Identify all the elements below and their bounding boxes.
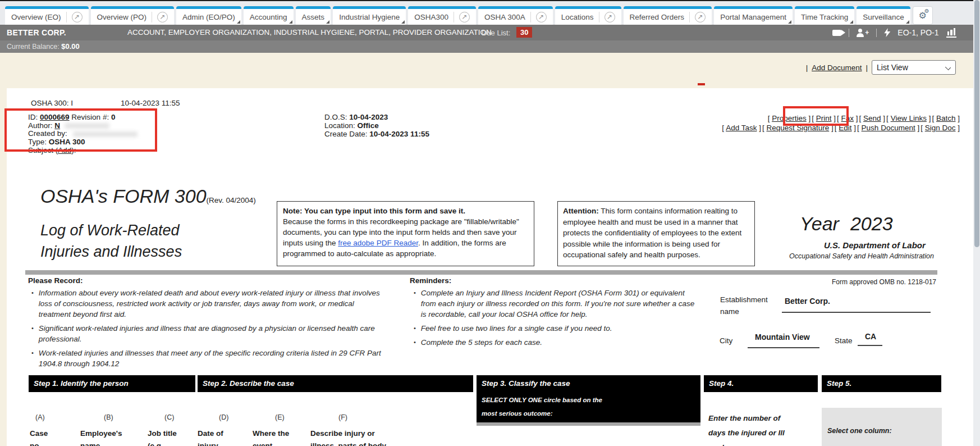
city-value[interactable]: Mountain View — [755, 333, 810, 342]
bullet-item: Feel free to use two lines for a single … — [414, 323, 697, 334]
view-select[interactable]: List View — [872, 60, 956, 75]
annotation-red-dash — [698, 83, 705, 85]
form-title: OSHA's FORM 300(Rev. 04/2004) — [40, 185, 256, 207]
tab-label: Locations — [561, 13, 594, 21]
tab-label: Time Tracking — [801, 13, 848, 21]
column-label: Where the — [253, 429, 289, 438]
add-document-link[interactable]: Add Document — [812, 63, 862, 72]
tab-surveillance[interactable]: Surveillance — [857, 6, 910, 25]
tab-time-tracking[interactable]: Time Tracking — [795, 6, 854, 25]
document-toolbar: | Add Document | List View — [806, 60, 956, 75]
tab-industrial-hygiene[interactable]: Industrial Hygiene — [333, 6, 406, 25]
tab-label: OSHA 300A — [484, 13, 525, 21]
tab-overview-po[interactable]: Overview (PO)↗ — [91, 6, 175, 25]
external-link-icon[interactable]: ↗ — [66, 12, 83, 22]
tab-accounting[interactable]: Accounting — [244, 6, 294, 25]
tab-label: Assets — [302, 13, 325, 21]
dropdown-corner-icon — [401, 20, 405, 24]
column-label: Date of — [198, 429, 223, 438]
external-link-icon[interactable]: ↗ — [152, 12, 168, 22]
column-label: Case — [30, 429, 48, 438]
column-letter: (E) — [275, 413, 285, 421]
doc-location: Location: Office — [324, 121, 379, 130]
step4-header: Step 4. — [704, 375, 818, 392]
bullet-item: Complete an Injury and Illness Incident … — [414, 288, 697, 320]
tab-label: Admin (EO/PO) — [182, 13, 235, 21]
account-header-bar: BETTER CORP. ACCOUNT, EMPLOYER ORGANIZAT… — [0, 25, 973, 40]
column-label: Describe injury or — [310, 429, 375, 438]
doc-title-date: 10-04-2023 11:55 — [121, 99, 180, 107]
step4-instruction: Enter the number of days the injured or … — [708, 411, 788, 446]
external-link-icon[interactable]: ↗ — [689, 12, 706, 22]
tab-label: OSHA300 — [414, 13, 448, 21]
tab-portal-management[interactable]: Portal Management — [714, 6, 793, 25]
reminders-label: Reminders: — [410, 276, 451, 285]
tab-label: Surveillance — [863, 13, 904, 21]
step3-subtext-1: SELECT ONLY ONE circle based on the — [482, 397, 602, 403]
tab-assets[interactable]: Assets — [296, 6, 331, 25]
dept-of-labor: U.S. Department of Labor — [824, 240, 926, 250]
column-label: no. — [30, 442, 41, 446]
view-links-link[interactable]: View Links — [891, 114, 927, 122]
sign-doc-link[interactable]: Sign Doc — [925, 124, 956, 132]
step1-header: Step 1. Identify the person — [29, 375, 195, 392]
annotation-box-id-block — [4, 108, 157, 152]
add-person-icon[interactable]: + — [857, 29, 869, 37]
tab-admin-eo-po[interactable]: Admin (EO/PO) — [176, 6, 241, 25]
send-link[interactable]: Send — [863, 114, 881, 122]
state-underline — [858, 345, 882, 346]
tab-referred-orders[interactable]: Referred Orders↗ — [624, 6, 712, 25]
dropdown-corner-icon — [850, 20, 853, 24]
annotation-box-print-fax — [783, 106, 849, 126]
org-context: ACCOUNT, EMPLOYER ORGANIZATION, INDUSTRI… — [127, 28, 492, 37]
settings-gears-button[interactable]: ⚙⚙ — [913, 6, 933, 25]
please-record-label: Please Record: — [28, 276, 83, 285]
step3-gray-bar — [477, 422, 700, 426]
batch-link[interactable]: Batch — [936, 114, 956, 122]
form-title-rev: (Rev. 04/2004) — [207, 196, 256, 204]
tab-label: Portal Management — [720, 13, 786, 21]
due-list-count-badge[interactable]: 30 — [516, 27, 532, 38]
column-letter: (B) — [104, 413, 113, 421]
column-label: illness, parts of body — [310, 442, 386, 446]
omb-approval: Form approved OMB no. 1218-017 — [832, 278, 936, 286]
vertical-scrollbar[interactable] — [973, 0, 980, 446]
tab-overview-eo[interactable]: Overview (EO)↗ — [5, 6, 89, 25]
doc-title: OSHA 300: I — [31, 99, 73, 107]
bar-chart-icon[interactable] — [946, 28, 957, 38]
external-link-icon[interactable]: ↗ — [454, 12, 470, 22]
doc-dos: D.O.S: 10-04-2023 — [324, 113, 388, 121]
column-letter: (A) — [35, 413, 45, 421]
balance-bar: Current Balance: $0.00 — [0, 40, 973, 53]
city-label: City — [720, 336, 732, 345]
step5-header: Step 5. — [822, 375, 941, 392]
please-record-bullets: Information about every work-related dea… — [31, 288, 386, 369]
attention-bold: Attention: — [563, 207, 599, 215]
external-link-icon[interactable]: ↗ — [530, 12, 547, 22]
external-link-icon[interactable]: ↗ — [599, 12, 615, 22]
tab-label: Industrial Hygiene — [339, 13, 400, 21]
add-task-link[interactable]: Add Task — [726, 124, 757, 132]
state-value[interactable]: CA — [865, 332, 876, 341]
dropdown-corner-icon — [289, 20, 292, 24]
tab-locations[interactable]: Locations↗ — [555, 6, 621, 25]
tab-osha300a[interactable]: OSHA 300A↗ — [478, 6, 553, 25]
video-camera-icon[interactable] — [832, 30, 841, 36]
pdf-reader-link[interactable]: free adobe PDF Reader — [338, 239, 418, 247]
column-label: (e.g. — [148, 442, 163, 446]
org-codes: EO-1, PO-1 — [897, 28, 938, 37]
divider — [849, 29, 849, 37]
push-document-link[interactable]: Push Document — [862, 124, 915, 132]
city-underline — [748, 347, 819, 348]
reminders-bullets: Complete an Injury and Illness Incident … — [414, 288, 697, 348]
scrollbar-thumb[interactable] — [974, 0, 979, 247]
doc-create-date: Create Date: 10-04-2023 11:55 — [324, 130, 429, 138]
divider — [876, 29, 877, 37]
step3-subtext-2: most serious outcome: — [482, 410, 553, 417]
lightning-bolt-icon[interactable] — [884, 28, 890, 37]
tab-osha300[interactable]: OSHA300↗ — [408, 6, 476, 25]
main-tab-bar: Overview (EO)↗ Overview (PO)↗ Admin (EO/… — [0, 1, 973, 25]
dropdown-corner-icon — [788, 20, 791, 24]
bullet-item: Information about every work-related dea… — [31, 288, 386, 320]
establishment-name-value[interactable]: Better Corp. — [785, 297, 830, 306]
